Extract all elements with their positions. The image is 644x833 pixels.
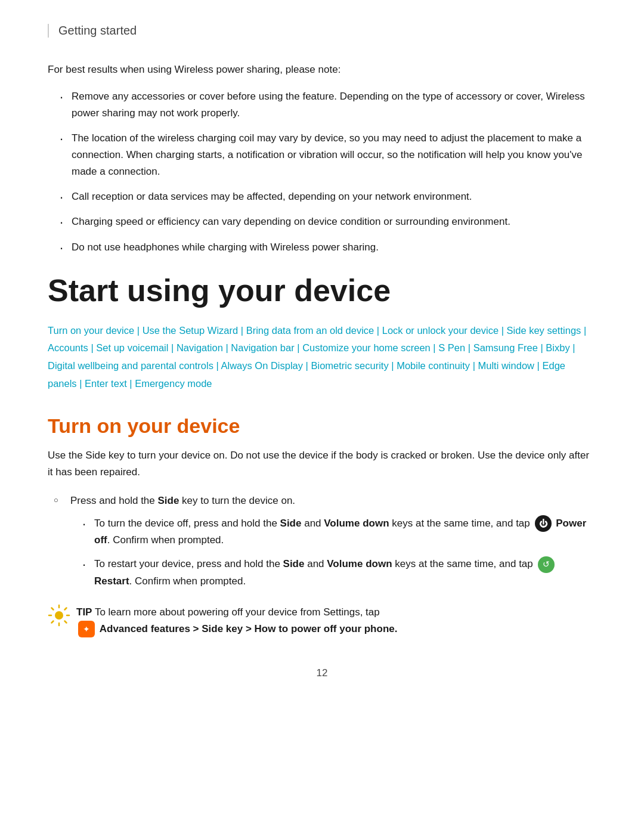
svg-point-8 [55, 611, 63, 620]
subsection-body: Use the Side key to turn your device on.… [48, 447, 596, 481]
circle-bullet-item: Press and hold the Side key to turn the … [54, 493, 596, 590]
page-header: Getting started [48, 24, 596, 38]
nav-link-lock-unlock[interactable]: Lock or unlock your device [382, 325, 499, 336]
svg-line-7 [52, 621, 54, 623]
intro-paragraph: For best results when using Wireless pow… [48, 61, 596, 78]
nav-link-navigation[interactable]: Navigation [177, 342, 223, 353]
nav-link-mobile-continuity[interactable]: Mobile continuity [397, 360, 470, 371]
svg-line-5 [65, 621, 67, 623]
bullet-item: The location of the wireless charging co… [60, 130, 596, 180]
nav-link-spen[interactable]: S Pen [438, 342, 465, 353]
nav-link-accounts[interactable]: Accounts [48, 342, 88, 353]
tip-box: TIP To learn more about powering off you… [48, 604, 596, 638]
sub-bullet-list: To turn the device off, press and hold t… [82, 515, 596, 590]
bold-volume-down: Volume down [324, 518, 389, 529]
nav-link-samsung-free[interactable]: Samsung Free [473, 342, 538, 353]
nav-link-bixby[interactable]: Bixby [546, 342, 569, 353]
nav-link-navigation-bar[interactable]: Navigation bar [231, 342, 294, 353]
tip-content: TIP To learn more about powering off you… [76, 604, 397, 638]
bold-side-key: Side [157, 495, 179, 506]
nav-link-biometric[interactable]: Biometric security [311, 360, 388, 371]
tip-text: To learn more about powering off your de… [95, 606, 380, 618]
nav-link-multi-window[interactable]: Multi window [478, 360, 534, 371]
bold-volume-down-2: Volume down [327, 558, 392, 569]
bold-side: Side [280, 518, 302, 529]
bold-side-2: Side [283, 558, 305, 569]
subsection-title: Turn on your device [48, 414, 596, 438]
nav-link-voicemail[interactable]: Set up voicemail [96, 342, 168, 353]
nav-link-always-on[interactable]: Always On Display [221, 360, 303, 371]
svg-line-6 [65, 608, 67, 609]
nav-link-digital-wellbeing[interactable]: Digital wellbeing and parental controls [48, 360, 213, 371]
tip-label: TIP [76, 606, 92, 618]
nav-link-turn-on[interactable]: Turn on your device [48, 325, 134, 336]
tip-bold-text: Advanced features > Side key > How to po… [100, 623, 398, 634]
page-number: 12 [48, 667, 596, 679]
svg-line-4 [52, 608, 54, 609]
bullet-item: Do not use headphones while charging wit… [60, 239, 596, 256]
nav-link-setup-wizard[interactable]: Use the Setup Wizard [143, 325, 239, 336]
nav-link-emergency-mode[interactable]: Emergency mode [135, 378, 212, 389]
bold-restart: Restart [94, 575, 129, 587]
bullet-item: Charging speed or efficiency can vary de… [60, 213, 596, 230]
main-section-title: Start using your device [48, 274, 596, 308]
intro-bullet-list: Remove any accessories or cover before u… [60, 88, 596, 255]
sub-bullet-restart: To restart your device, press and hold t… [82, 556, 596, 590]
nav-link-bring-data[interactable]: Bring data from an old device [246, 325, 374, 336]
nav-link-customize-home[interactable]: Customize your home screen [302, 342, 431, 353]
sub-bullet-power-off: To turn the device off, press and hold t… [82, 515, 596, 549]
restart-icon: ↺ [538, 556, 555, 573]
bullet-item: Call reception or data services may be a… [60, 188, 596, 205]
nav-link-enter-text[interactable]: Enter text [85, 378, 127, 389]
nav-link-side-key[interactable]: Side key settings [507, 325, 581, 336]
nav-links-container: Turn on your device | Use the Setup Wiza… [48, 322, 596, 393]
advanced-features-icon: ✦ [78, 621, 95, 637]
circle-bullet-list: Press and hold the Side key to turn the … [54, 493, 596, 590]
bullet-item: Remove any accessories or cover before u… [60, 88, 596, 122]
power-off-icon: ⏻ [535, 515, 552, 532]
header-title: Getting started [58, 24, 137, 37]
tip-sun-icon [48, 604, 70, 627]
